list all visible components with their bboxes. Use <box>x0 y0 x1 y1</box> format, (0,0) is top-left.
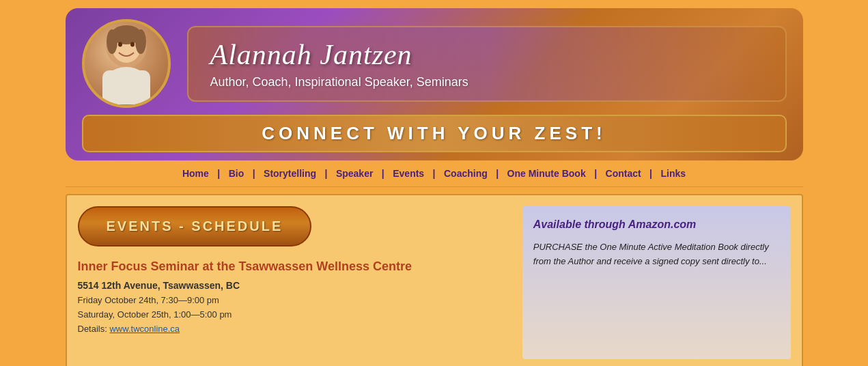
nav-sep-6: | <box>496 168 499 179</box>
svg-rect-8 <box>102 70 150 104</box>
nav-one-minute-book[interactable]: One Minute Book <box>505 168 589 179</box>
event-line2: Saturday, October 25th, 1:00—5:00 pm <box>78 309 232 320</box>
nav-home[interactable]: Home <box>180 168 212 179</box>
site-banner: Alannah Jantzen Author, Coach, Inspirati… <box>66 8 803 160</box>
site-tagline: Author, Coach, Inspirational Speaker, Se… <box>210 75 764 89</box>
nav-sep-4: | <box>382 168 384 179</box>
event-details: Friday October 24th, 7:30—9:00 pm Saturd… <box>78 294 509 336</box>
svg-point-6 <box>130 42 135 47</box>
nav-links[interactable]: Links <box>658 168 688 179</box>
nav-sep-5: | <box>433 168 436 179</box>
event-details-label: Details: <box>78 324 107 334</box>
zest-text: CONNECT WITH YOUR ZEST! <box>262 123 606 143</box>
avatar <box>82 19 171 108</box>
svg-point-3 <box>107 29 117 54</box>
nav-sep-3: | <box>325 168 328 179</box>
nav-sep-1: | <box>217 168 220 179</box>
content-right: Available through Amazon.com PURCHASE th… <box>522 206 791 359</box>
nav-bar: Home | Bio | Storytelling | Speaker | Ev… <box>66 160 803 187</box>
title-block: Alannah Jantzen Author, Coach, Inspirati… <box>187 26 787 102</box>
nav-coaching[interactable]: Coaching <box>441 168 490 179</box>
nav-contact[interactable]: Contact <box>603 168 644 179</box>
content-inner: EVENTS - SCHEDULE Inner Focus Seminar at… <box>66 194 803 366</box>
nav-events[interactable]: Events <box>390 168 427 179</box>
nav-bio[interactable]: Bio <box>226 168 247 179</box>
events-schedule-button[interactable]: EVENTS - SCHEDULE <box>78 206 312 247</box>
event-url[interactable]: www.twconline.ca <box>109 324 180 334</box>
event-title: Inner Focus Seminar at the Tsawwassen We… <box>78 259 509 274</box>
event-address: 5514 12th Avenue, Tsawwassen, BC <box>78 280 509 291</box>
events-schedule-label: EVENTS - SCHEDULE <box>107 219 283 234</box>
nav-sep-7: | <box>594 168 597 179</box>
zest-bar: CONNECT WITH YOUR ZEST! <box>82 115 787 152</box>
site-name: Alannah Jantzen <box>210 38 764 71</box>
nav-sep-8: | <box>649 168 652 179</box>
nav-storytelling[interactable]: Storytelling <box>261 168 319 179</box>
book-description: PURCHASE the One Minute Active Meditatio… <box>533 240 780 269</box>
nav-sep-2: | <box>253 168 255 179</box>
amazon-available: Available through Amazon.com <box>533 217 780 232</box>
content-left: EVENTS - SCHEDULE Inner Focus Seminar at… <box>78 206 522 359</box>
event-line1: Friday October 24th, 7:30—9:00 pm <box>78 295 219 305</box>
main-content: EVENTS - SCHEDULE Inner Focus Seminar at… <box>66 187 803 366</box>
svg-point-4 <box>135 29 146 54</box>
svg-point-5 <box>118 42 122 47</box>
nav-speaker[interactable]: Speaker <box>333 168 376 179</box>
